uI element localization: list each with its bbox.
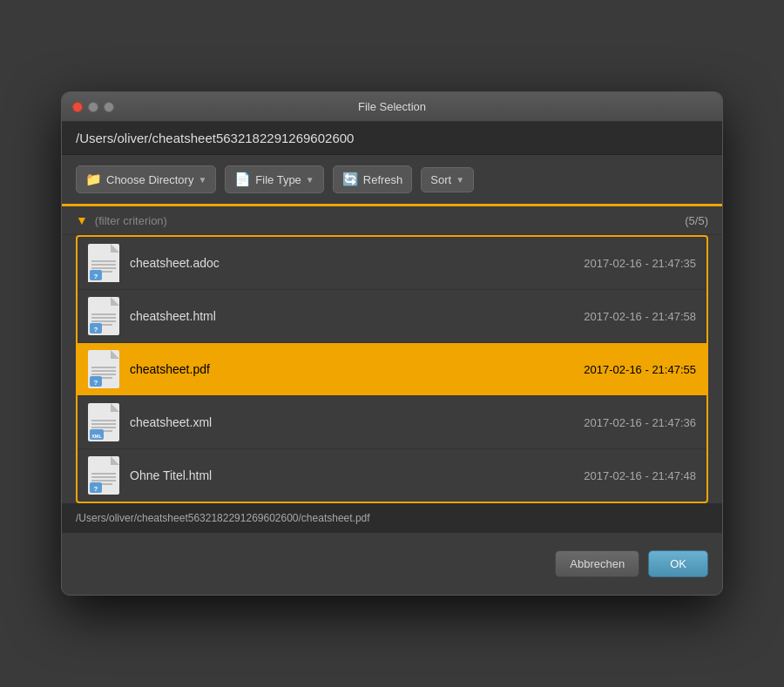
close-button[interactable]	[72, 102, 83, 112]
file-type-label: File Type	[255, 173, 301, 186]
choose-directory-arrow-icon: ▼	[198, 175, 206, 185]
file-type-button[interactable]: 📄 File Type ▼	[225, 165, 323, 193]
table-row[interactable]: ? cheatsheet.adoc 2017-02-16 - 21:47:35	[78, 237, 706, 290]
refresh-icon: 🔄	[342, 172, 359, 187]
filter-count: (5/5)	[685, 214, 708, 227]
filter-input[interactable]: (filter criterion)	[95, 214, 167, 227]
ok-button[interactable]: OK	[648, 550, 708, 577]
choose-directory-label: Choose Directory	[106, 173, 193, 186]
table-row[interactable]: ? Ohne Titel.html 2017-02-16 - 21:47:48	[78, 449, 706, 502]
sort-arrow-icon: ▼	[456, 175, 464, 185]
titlebar: File Selection	[62, 92, 722, 122]
table-row[interactable]: ? cheatsheet.html 2017-02-16 - 21:47:58	[78, 290, 706, 343]
file-icon-xml: XML	[88, 403, 119, 441]
sort-label: Sort	[430, 173, 451, 186]
bottom-actions: Abbrechen OK	[62, 533, 722, 595]
choose-directory-button[interactable]: 📁 Choose Directory ▼	[76, 165, 216, 193]
filter-icon: ▼	[76, 213, 88, 227]
file-date: 2017-02-16 - 21:47:55	[584, 363, 696, 376]
file-name: cheatsheet.html	[130, 309, 573, 323]
table-row[interactable]: ? cheatsheet.pdf 2017-02-16 - 21:47:55	[78, 343, 706, 396]
filter-bar: ▼ (filter criterion) (5/5)	[62, 206, 722, 235]
file-icon-adoc: ?	[88, 244, 119, 282]
sort-button[interactable]: Sort ▼	[421, 167, 474, 192]
toolbar: 📁 Choose Directory ▼ 📄 File Type ▼ 🔄 Ref…	[62, 155, 722, 206]
traffic-lights	[72, 102, 114, 112]
file-list: ? cheatsheet.adoc 2017-02-16 - 21:47:35 …	[76, 235, 708, 503]
file-type-icon: 📄	[234, 172, 251, 187]
file-type-arrow-icon: ▼	[306, 175, 314, 185]
file-name: cheatsheet.xml	[130, 415, 573, 429]
maximize-button[interactable]	[104, 102, 114, 112]
selected-path: /Users/oliver/cheatsheet5632182291269602…	[62, 503, 722, 533]
minimize-button[interactable]	[88, 102, 98, 112]
svg-text:?: ?	[94, 273, 98, 280]
file-date: 2017-02-16 - 21:47:35	[584, 257, 696, 270]
file-date: 2017-02-16 - 21:47:36	[584, 416, 696, 429]
file-name: cheatsheet.pdf	[130, 362, 573, 376]
file-icon-html2: ?	[88, 456, 119, 495]
folder-icon: 📁	[85, 172, 102, 187]
current-path: /Users/oliver/cheatsheet5632182291269602…	[62, 122, 722, 155]
cancel-button[interactable]: Abbrechen	[555, 550, 639, 577]
svg-text:?: ?	[94, 379, 98, 387]
table-row[interactable]: XML cheatsheet.xml 2017-02-16 - 21:47:36	[78, 396, 706, 449]
svg-text:?: ?	[94, 485, 98, 493]
file-selection-dialog: File Selection /Users/oliver/cheatsheet5…	[61, 91, 723, 596]
file-icon-pdf: ?	[88, 350, 119, 388]
file-name: cheatsheet.adoc	[130, 256, 573, 270]
file-date: 2017-02-16 - 21:47:48	[584, 469, 696, 482]
file-icon-html: ?	[88, 297, 119, 335]
refresh-button[interactable]: 🔄 Refresh	[333, 165, 413, 193]
file-date: 2017-02-16 - 21:47:58	[584, 310, 696, 323]
file-name: Ohne Titel.html	[130, 468, 573, 482]
refresh-label: Refresh	[363, 173, 403, 186]
svg-text:XML: XML	[91, 434, 102, 439]
dialog-title: File Selection	[358, 100, 426, 113]
svg-text:?: ?	[94, 326, 98, 333]
